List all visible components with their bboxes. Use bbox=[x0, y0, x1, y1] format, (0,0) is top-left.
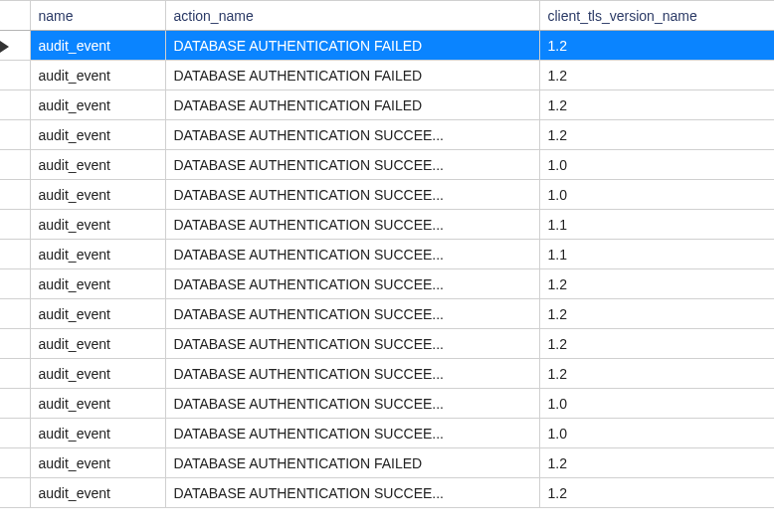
row-indicator-cell bbox=[0, 478, 30, 508]
row-indicator-cell bbox=[0, 419, 30, 448]
row-indicator-cell bbox=[0, 389, 30, 419]
cell-name[interactable]: audit_event bbox=[30, 299, 165, 329]
cell-tls[interactable]: 1.2 bbox=[539, 90, 774, 120]
row-indicator-cell bbox=[0, 90, 30, 120]
cell-name[interactable]: audit_event bbox=[30, 150, 165, 180]
cell-action[interactable]: DATABASE AUTHENTICATION FAILED bbox=[165, 31, 539, 61]
cell-action[interactable]: DATABASE AUTHENTICATION SUCCEE... bbox=[165, 180, 539, 210]
cell-tls[interactable]: 1.1 bbox=[539, 240, 774, 269]
cell-name[interactable]: audit_event bbox=[30, 120, 165, 150]
cell-tls[interactable]: 1.0 bbox=[539, 419, 774, 448]
cell-tls[interactable]: 1.2 bbox=[539, 31, 774, 61]
cell-tls[interactable]: 1.1 bbox=[539, 210, 774, 240]
cell-name[interactable]: audit_event bbox=[30, 448, 165, 478]
cell-action[interactable]: DATABASE AUTHENTICATION FAILED bbox=[165, 448, 539, 478]
row-indicator-cell bbox=[0, 180, 30, 210]
table-row[interactable]: audit_event DATABASE AUTHENTICATION SUCC… bbox=[0, 269, 774, 299]
table-row[interactable]: audit_event DATABASE AUTHENTICATION SUCC… bbox=[0, 120, 774, 150]
column-header-action[interactable]: action_name bbox=[165, 1, 539, 31]
table-row[interactable]: audit_event DATABASE AUTHENTICATION SUCC… bbox=[0, 299, 774, 329]
cell-action[interactable]: DATABASE AUTHENTICATION SUCCEE... bbox=[165, 120, 539, 150]
table-row[interactable]: audit_event DATABASE AUTHENTICATION SUCC… bbox=[0, 478, 774, 508]
cell-action[interactable]: DATABASE AUTHENTICATION SUCCEE... bbox=[165, 210, 539, 240]
row-indicator-cell bbox=[0, 61, 30, 90]
row-indicator-cell bbox=[0, 448, 30, 478]
row-indicator-header bbox=[0, 1, 30, 31]
cell-tls[interactable]: 1.2 bbox=[539, 120, 774, 150]
row-indicator-cell bbox=[0, 31, 30, 61]
cell-name[interactable]: audit_event bbox=[30, 210, 165, 240]
cell-name[interactable]: audit_event bbox=[30, 90, 165, 120]
table-row[interactable]: audit_event DATABASE AUTHENTICATION FAIL… bbox=[0, 61, 774, 90]
row-indicator-cell bbox=[0, 150, 30, 180]
cell-name[interactable]: audit_event bbox=[30, 240, 165, 269]
cell-tls[interactable]: 1.2 bbox=[539, 448, 774, 478]
table-row[interactable]: audit_event DATABASE AUTHENTICATION SUCC… bbox=[0, 329, 774, 359]
row-indicator-cell bbox=[0, 120, 30, 150]
cell-tls[interactable]: 1.0 bbox=[539, 150, 774, 180]
table-row[interactable]: audit_event DATABASE AUTHENTICATION SUCC… bbox=[0, 210, 774, 240]
table-row[interactable]: audit_event DATABASE AUTHENTICATION SUCC… bbox=[0, 240, 774, 269]
cell-name[interactable]: audit_event bbox=[30, 61, 165, 90]
results-grid[interactable]: name action_name client_tls_version_name… bbox=[0, 0, 774, 508]
table-row[interactable]: audit_event DATABASE AUTHENTICATION SUCC… bbox=[0, 150, 774, 180]
cell-tls[interactable]: 1.2 bbox=[539, 61, 774, 90]
cell-action[interactable]: DATABASE AUTHENTICATION FAILED bbox=[165, 90, 539, 120]
column-header-tls[interactable]: client_tls_version_name bbox=[539, 1, 774, 31]
row-indicator-cell bbox=[0, 210, 30, 240]
cell-action[interactable]: DATABASE AUTHENTICATION SUCCEE... bbox=[165, 359, 539, 389]
current-row-indicator-icon bbox=[0, 41, 9, 53]
cell-tls[interactable]: 1.0 bbox=[539, 180, 774, 210]
cell-name[interactable]: audit_event bbox=[30, 31, 165, 61]
cell-action[interactable]: DATABASE AUTHENTICATION SUCCEE... bbox=[165, 389, 539, 419]
table-row[interactable]: audit_event DATABASE AUTHENTICATION SUCC… bbox=[0, 359, 774, 389]
table-row[interactable]: audit_event DATABASE AUTHENTICATION SUCC… bbox=[0, 180, 774, 210]
cell-action[interactable]: DATABASE AUTHENTICATION SUCCEE... bbox=[165, 329, 539, 359]
cell-tls[interactable]: 1.2 bbox=[539, 299, 774, 329]
cell-action[interactable]: DATABASE AUTHENTICATION SUCCEE... bbox=[165, 269, 539, 299]
cell-tls[interactable]: 1.2 bbox=[539, 478, 774, 508]
cell-action[interactable]: DATABASE AUTHENTICATION SUCCEE... bbox=[165, 150, 539, 180]
table-row[interactable]: audit_event DATABASE AUTHENTICATION FAIL… bbox=[0, 90, 774, 120]
cell-name[interactable]: audit_event bbox=[30, 269, 165, 299]
cell-tls[interactable]: 1.2 bbox=[539, 329, 774, 359]
cell-name[interactable]: audit_event bbox=[30, 389, 165, 419]
cell-action[interactable]: DATABASE AUTHENTICATION SUCCEE... bbox=[165, 478, 539, 508]
table-row[interactable]: audit_event DATABASE AUTHENTICATION FAIL… bbox=[0, 448, 774, 478]
cell-tls[interactable]: 1.2 bbox=[539, 359, 774, 389]
table-row[interactable]: audit_event DATABASE AUTHENTICATION SUCC… bbox=[0, 389, 774, 419]
row-indicator-cell bbox=[0, 299, 30, 329]
cell-name[interactable]: audit_event bbox=[30, 478, 165, 508]
table-row[interactable]: audit_event DATABASE AUTHENTICATION FAIL… bbox=[0, 31, 774, 61]
column-header-name[interactable]: name bbox=[30, 1, 165, 31]
cell-name[interactable]: audit_event bbox=[30, 329, 165, 359]
cell-name[interactable]: audit_event bbox=[30, 419, 165, 448]
cell-tls[interactable]: 1.0 bbox=[539, 389, 774, 419]
table-row[interactable]: audit_event DATABASE AUTHENTICATION SUCC… bbox=[0, 419, 774, 448]
cell-action[interactable]: DATABASE AUTHENTICATION FAILED bbox=[165, 61, 539, 90]
cell-name[interactable]: audit_event bbox=[30, 359, 165, 389]
row-indicator-cell bbox=[0, 240, 30, 269]
cell-tls[interactable]: 1.2 bbox=[539, 269, 774, 299]
row-indicator-cell bbox=[0, 269, 30, 299]
cell-action[interactable]: DATABASE AUTHENTICATION SUCCEE... bbox=[165, 299, 539, 329]
cell-action[interactable]: DATABASE AUTHENTICATION SUCCEE... bbox=[165, 419, 539, 448]
header-row: name action_name client_tls_version_name bbox=[0, 1, 774, 31]
row-indicator-cell bbox=[0, 329, 30, 359]
row-indicator-cell bbox=[0, 359, 30, 389]
cell-name[interactable]: audit_event bbox=[30, 180, 165, 210]
cell-action[interactable]: DATABASE AUTHENTICATION SUCCEE... bbox=[165, 240, 539, 269]
